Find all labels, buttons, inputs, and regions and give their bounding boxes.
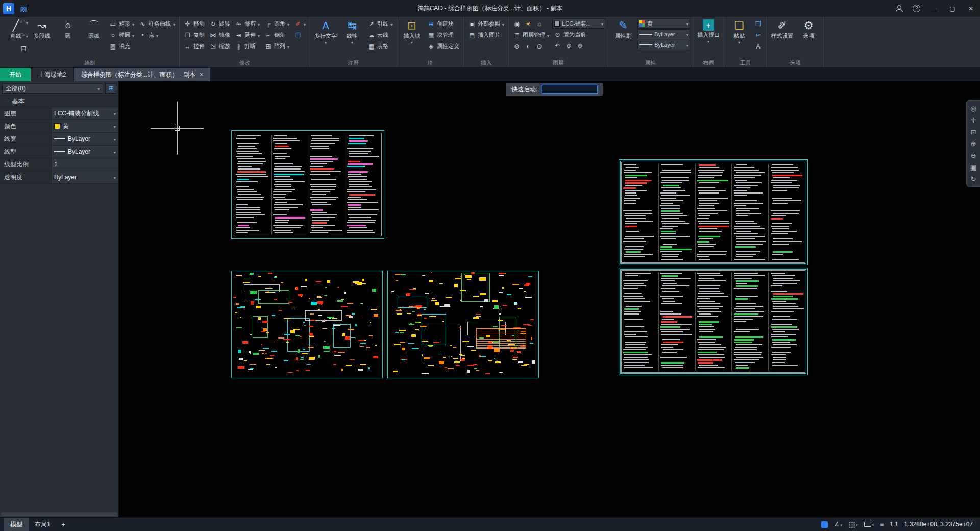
quick-select-icon[interactable]: ⊞: [105, 83, 116, 94]
maximize-button[interactable]: ▢: [943, 0, 962, 17]
break-tool[interactable]: ∦打断: [233, 41, 261, 52]
grid-toggle-icon[interactable]: [848, 521, 858, 528]
panel-scrollbar[interactable]: [1, 512, 117, 516]
create-block-tool[interactable]: ⊞创建块: [426, 18, 461, 29]
zoom-window-icon[interactable]: ▣: [968, 162, 979, 172]
layer-thaw-icon[interactable]: ☀: [523, 18, 533, 29]
steering-wheel-icon[interactable]: ◎: [968, 103, 979, 113]
drawing-sheet-table-top-right[interactable]: [619, 159, 808, 266]
attribute-define-tool[interactable]: ◈属性定义: [426, 41, 461, 52]
xref-tool[interactable]: ▣外部参照: [467, 18, 506, 29]
insert-image-tool[interactable]: ▤插入图片: [467, 30, 506, 40]
format-match-icon[interactable]: A: [753, 41, 764, 52]
zoom-extents-icon[interactable]: ⊡: [968, 127, 979, 137]
display-toggle-icon[interactable]: [864, 521, 874, 528]
layer-new-icon[interactable]: ⊕: [564, 40, 574, 51]
rectangle-tool[interactable]: ▭矩形: [108, 18, 136, 29]
fillet-tool[interactable]: ╭圆角: [263, 18, 291, 29]
layer-match-icon[interactable]: ⊛: [575, 40, 585, 51]
zoom-in-icon[interactable]: ⊕: [968, 138, 979, 149]
pan-icon[interactable]: ✛: [968, 115, 979, 125]
style-settings-tool[interactable]: ✐样式设置: [769, 18, 795, 40]
set-current-layer-tool[interactable]: ⊙置为当前: [552, 29, 605, 40]
undo-icon[interactable]: ↶: [17, 15, 30, 29]
mirror-tool[interactable]: ⋈镜像: [208, 30, 232, 40]
stretch-tool[interactable]: ↔拉伸: [182, 41, 206, 52]
hatch-tool[interactable]: ▨填充: [108, 41, 136, 52]
layer-visibility-icon[interactable]: ◉: [511, 18, 522, 29]
insert-viewport-tool[interactable]: +插入视口: [696, 18, 721, 43]
layer-merge-icon[interactable]: ⊜: [534, 41, 545, 52]
scale-tool[interactable]: ⇲缩放: [208, 41, 232, 52]
linetype-select[interactable]: ByLayer: [637, 40, 690, 50]
snap-toggle-icon[interactable]: [821, 521, 828, 528]
table-tool[interactable]: ▦表格: [366, 41, 394, 52]
layer-previous-icon[interactable]: ↶: [552, 40, 563, 51]
mtext-tool[interactable]: A多行文字: [313, 18, 338, 44]
doc-tab-active[interactable]: 综合样例图（标注分类...计、面积） - 副本×: [74, 68, 211, 81]
zoom-ratio[interactable]: 1:1: [890, 521, 898, 528]
layout-tab-1[interactable]: 布局1: [29, 518, 57, 531]
property-value[interactable]: ByLayer: [51, 171, 118, 183]
clipboard-cut-icon[interactable]: ✂: [753, 30, 764, 40]
drawing-canvas[interactable]: 快速启动: ◎✛⊡⊕⊖▣↻: [119, 81, 980, 517]
layer-isolate-icon[interactable]: ◐: [523, 41, 533, 52]
drawing-sheet-table-bottom-right[interactable]: [619, 268, 808, 375]
lineweight-select[interactable]: ByLayer: [637, 29, 690, 39]
drawing-sheet-detail-right[interactable]: [387, 271, 539, 378]
redo-icon[interactable]: ↷: [17, 29, 30, 42]
move-tool[interactable]: ✛移动: [182, 18, 206, 29]
paste-tool[interactable]: ❏粘贴: [727, 18, 751, 44]
layer-off-icon[interactable]: ⊘: [511, 41, 522, 52]
revcloud-tool[interactable]: ☁云线: [366, 30, 394, 40]
polyline-tool[interactable]: ↝多段线: [30, 18, 54, 40]
close-button[interactable]: ✕: [962, 0, 980, 17]
add-layout-button[interactable]: +: [58, 520, 70, 529]
user-icon[interactable]: [895, 5, 903, 12]
rotate-tool[interactable]: ↻旋转: [208, 18, 232, 29]
property-value[interactable]: 1: [51, 158, 118, 171]
linear-dim-tool[interactable]: ↹线性: [340, 18, 364, 44]
help-icon[interactable]: ?: [913, 5, 920, 12]
drawing-sheet-detail-left[interactable]: [231, 271, 383, 378]
array-tool[interactable]: ⊞阵列: [263, 41, 291, 52]
drawing-sheet-spec-table[interactable]: [231, 130, 384, 239]
print-icon[interactable]: ⊟: [17, 42, 30, 55]
angle-toggle-icon[interactable]: ∠: [834, 521, 842, 528]
save-as-icon[interactable]: ▨: [17, 2, 30, 15]
tab-close-icon[interactable]: ×: [200, 71, 203, 78]
property-value[interactable]: ByLayer: [51, 146, 118, 158]
property-value[interactable]: LCC-铺装分割线: [51, 107, 118, 119]
orbit-icon[interactable]: ↻: [968, 174, 979, 184]
quick-launch-input[interactable]: [542, 85, 598, 94]
statusbar-menu-icon[interactable]: ≡: [880, 521, 884, 528]
point-tool[interactable]: •点: [137, 30, 177, 40]
doc-tab-normal[interactable]: 上海绿地2: [31, 68, 74, 81]
property-value[interactable]: ByLayer: [51, 133, 118, 145]
clipboard-copy-icon[interactable]: ❐: [753, 18, 764, 29]
options-tool[interactable]: ⚙选项: [796, 18, 821, 40]
copy-tool[interactable]: ❐复制: [182, 30, 206, 40]
doc-tab-start[interactable]: 开始: [0, 68, 31, 81]
extend-tool[interactable]: ⇥延伸: [233, 30, 261, 40]
section-basic[interactable]: 基本: [0, 95, 118, 107]
selection-filter-dropdown[interactable]: 全部(0): [2, 83, 103, 94]
redline-marker-icon[interactable]: ✐: [292, 18, 307, 29]
layer-manager-tool[interactable]: ≣图层管理: [511, 30, 551, 40]
property-value[interactable]: 黄: [51, 120, 118, 132]
layout-tab-0[interactable]: 模型: [4, 518, 29, 531]
spline-tool[interactable]: ∿样条曲线: [137, 18, 177, 29]
trim-tool[interactable]: ✁修剪: [233, 18, 261, 29]
layer-select[interactable]: LCC-铺装..: [552, 18, 605, 29]
app-logo[interactable]: H: [3, 3, 14, 14]
match-properties-tool[interactable]: ✎属性刷: [611, 18, 635, 40]
block-manager-tool[interactable]: ▦块管理: [426, 30, 461, 40]
zoom-out-icon[interactable]: ⊖: [968, 150, 979, 160]
insert-block-tool[interactable]: ⊡插入块: [400, 18, 424, 44]
arc-tool[interactable]: ⌒圆弧: [82, 18, 106, 40]
circle-tool[interactable]: ○圆: [56, 18, 80, 40]
minimize-button[interactable]: —: [925, 0, 943, 17]
chamfer-tool[interactable]: ⌐倒角: [263, 30, 291, 40]
clip-copy-icon[interactable]: ❐: [292, 30, 307, 40]
leader-tool[interactable]: ↗引线: [366, 18, 394, 29]
